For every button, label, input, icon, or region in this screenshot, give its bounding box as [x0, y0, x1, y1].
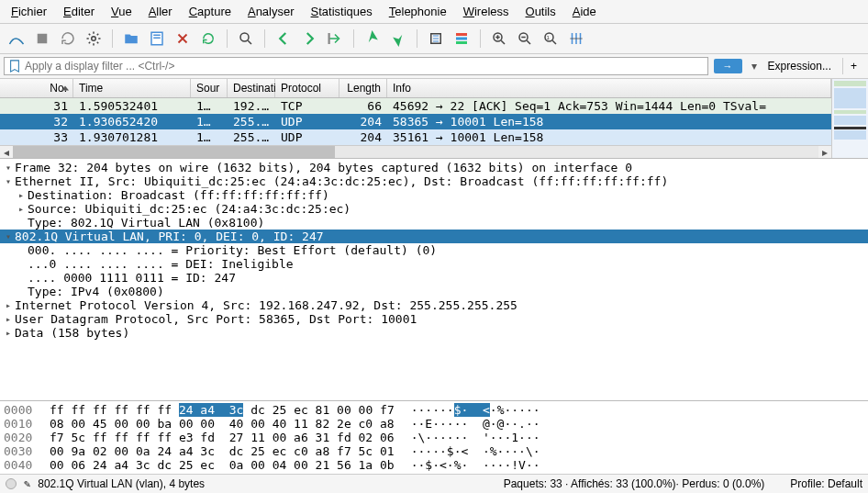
- detail-row[interactable]: Type: 802.1Q Virtual LAN (0x8100): [0, 216, 868, 230]
- menu-vue[interactable]: Vue: [104, 2, 139, 21]
- hex-row[interactable]: 004000 06 24 a4 3c dc 25 ec 0a 00 04 00 …: [4, 458, 864, 472]
- packet-minimap[interactable]: [831, 79, 868, 158]
- find-icon[interactable]: [235, 28, 257, 50]
- menu-wireless[interactable]: Wireless: [456, 2, 517, 21]
- goto-icon[interactable]: [324, 28, 346, 50]
- filter-dropdown-icon[interactable]: ▾: [751, 60, 757, 73]
- chevron-right-icon[interactable]: ▸: [15, 190, 28, 200]
- chevron-right-icon[interactable]: ▸: [2, 314, 15, 324]
- hex-row[interactable]: 0000ff ff ff ff ff ff 24 a4 3c dc 25 ec …: [4, 403, 864, 417]
- back-icon[interactable]: [273, 28, 295, 50]
- horizontal-scrollbar[interactable]: ◂ ▸: [0, 145, 831, 158]
- cell: 35161 → 10001 Len=158: [387, 129, 831, 145]
- menu-statistiques[interactable]: Statistiques: [304, 2, 380, 21]
- hex-row[interactable]: 0020f7 5c ff ff ff ff e3 fd 27 11 00 a6 …: [4, 431, 864, 444]
- add-filter-button[interactable]: +: [842, 58, 864, 74]
- last-icon[interactable]: [387, 28, 409, 50]
- packet-details-pane[interactable]: ▾Frame 32: 204 bytes on wire (1632 bits)…: [0, 158, 868, 400]
- close-icon[interactable]: [172, 28, 194, 50]
- hex-row[interactable]: 003000 9a 02 00 0a 24 a4 3c dc 25 ec c0 …: [4, 444, 864, 458]
- detail-row[interactable]: ▸Destination: Broadcast (ff:ff:ff:ff:ff:…: [0, 188, 868, 202]
- cell: 32: [0, 114, 73, 129]
- svg-rect-0: [38, 34, 48, 44]
- expression-button[interactable]: Expression...: [762, 58, 837, 74]
- packet-row[interactable]: 331.9307012811…255.…UDP20435161 → 10001 …: [0, 129, 831, 145]
- zoom-reset-icon[interactable]: 1: [540, 28, 562, 50]
- zoom-in-icon[interactable]: [488, 28, 510, 50]
- detail-row[interactable]: ▸Source: Ubiquiti_dc:25:ec (24:a4:3c:dc:…: [0, 202, 868, 216]
- detail-row[interactable]: ...0 .... .... .... = DEI: Ineligible: [0, 257, 868, 271]
- restart-icon[interactable]: [197, 28, 219, 50]
- packet-list-pane: No.TimeSourDestinatiProtocolLengthInfo 3…: [0, 79, 868, 158]
- detail-row[interactable]: ▾Ethernet II, Src: Ubiquiti_dc:25:ec (24…: [0, 174, 868, 188]
- chevron-down-icon[interactable]: ▾: [2, 176, 15, 186]
- chevron-right-icon[interactable]: ▸: [2, 300, 15, 310]
- packet-list-body[interactable]: 311.5905324011…192.…TCP6645692 → 22 [ACK…: [0, 98, 831, 145]
- scroll-right-icon[interactable]: ▸: [818, 146, 831, 159]
- colorize-icon[interactable]: [451, 28, 473, 50]
- gear-icon[interactable]: [83, 28, 105, 50]
- menu-telephonie[interactable]: Telephonie: [382, 2, 454, 21]
- packet-bytes-pane[interactable]: 0000ff ff ff ff ff ff 24 a4 3c dc 25 ec …: [0, 400, 868, 474]
- detail-row[interactable]: .... 0000 1111 0111 = ID: 247: [0, 271, 868, 285]
- open-icon[interactable]: [120, 28, 142, 50]
- column-header-info[interactable]: Info: [387, 79, 831, 97]
- detail-row[interactable]: 000. .... .... .... = Priority: Best Eff…: [0, 243, 868, 257]
- expert-info-icon[interactable]: [6, 478, 17, 489]
- toolbar: 1: [0, 24, 868, 54]
- detail-row[interactable]: ▸Internet Protocol Version 4, Src: 192.1…: [0, 298, 868, 312]
- cell: 192.…: [228, 98, 275, 114]
- svg-rect-4: [153, 38, 161, 39]
- status-profile[interactable]: Profile: Default: [790, 477, 862, 490]
- detail-text: Data (158 bytes): [15, 326, 129, 340]
- forward-icon[interactable]: [298, 28, 320, 50]
- toolbar-separator: [264, 29, 265, 48]
- menu-capture[interactable]: Capture: [182, 2, 239, 21]
- menu-analyser[interactable]: Analyser: [240, 2, 302, 21]
- detail-text: 802.1Q Virtual LAN, PRI: 0, DEI: 0, ID: …: [15, 230, 324, 243]
- menu-bar: FichierEditerVueAllerCaptureAnalyserStat…: [0, 0, 868, 24]
- column-header-destinati[interactable]: Destinati: [228, 79, 275, 97]
- detail-row[interactable]: ▾Frame 32: 204 bytes on wire (1632 bits)…: [0, 161, 868, 174]
- display-filter-input-wrapper[interactable]: [4, 57, 708, 75]
- detail-row[interactable]: ▸Data (158 bytes): [0, 326, 868, 340]
- display-filter-input[interactable]: [25, 60, 704, 73]
- detail-row[interactable]: Type: IPv4 (0x0800): [0, 285, 868, 298]
- chevron-right-icon[interactable]: ▸: [15, 204, 28, 214]
- chevron-down-icon[interactable]: ▾: [2, 231, 15, 241]
- column-header-time[interactable]: Time: [73, 79, 191, 97]
- packet-list-header[interactable]: No.TimeSourDestinatiProtocolLengthInfo: [0, 79, 831, 98]
- chevron-right-icon[interactable]: ▸: [2, 328, 15, 338]
- fin-icon[interactable]: [6, 28, 28, 50]
- column-header-protocol[interactable]: Protocol: [275, 79, 339, 97]
- detail-text: .... 0000 1111 0111 = ID: 247: [28, 271, 236, 285]
- svg-rect-6: [328, 33, 330, 44]
- stop-icon[interactable]: [31, 28, 53, 50]
- autoscroll-icon[interactable]: [425, 28, 447, 50]
- resize-cols-icon[interactable]: [565, 28, 587, 50]
- menu-outils[interactable]: Outils: [518, 2, 563, 21]
- menu-aller[interactable]: Aller: [141, 2, 180, 21]
- detail-row[interactable]: ▾802.1Q Virtual LAN, PRI: 0, DEI: 0, ID:…: [0, 230, 868, 243]
- scroll-left-icon[interactable]: ◂: [0, 146, 13, 159]
- svg-text:1: 1: [547, 35, 551, 40]
- cell: 255.…: [228, 114, 275, 129]
- save-icon[interactable]: [146, 28, 168, 50]
- menu-fichier[interactable]: Fichier: [4, 2, 54, 21]
- column-header-sour[interactable]: Sour: [191, 79, 228, 97]
- edit-icon[interactable]: ✎: [24, 477, 30, 490]
- column-header-no[interactable]: No.: [0, 79, 73, 97]
- chevron-down-icon[interactable]: ▾: [2, 162, 15, 173]
- filter-apply-button[interactable]: →: [714, 59, 742, 73]
- packet-row[interactable]: 321.9306524201…255.…UDP20458365 → 10001 …: [0, 114, 831, 129]
- detail-row[interactable]: ▸User Datagram Protocol, Src Port: 58365…: [0, 312, 868, 326]
- first-icon[interactable]: [362, 28, 384, 50]
- hex-row[interactable]: 001008 00 45 00 00 ba 00 00 40 00 40 11 …: [4, 417, 864, 431]
- menu-aide[interactable]: Aide: [565, 2, 604, 21]
- zoom-out-icon[interactable]: [514, 28, 536, 50]
- detail-text: Internet Protocol Version 4, Src: 192.16…: [15, 298, 517, 312]
- packet-row[interactable]: 311.5905324011…192.…TCP6645692 → 22 [ACK…: [0, 98, 831, 114]
- reload-icon[interactable]: [57, 28, 79, 50]
- menu-editer[interactable]: Editer: [56, 2, 102, 21]
- column-header-length[interactable]: Length: [339, 79, 387, 97]
